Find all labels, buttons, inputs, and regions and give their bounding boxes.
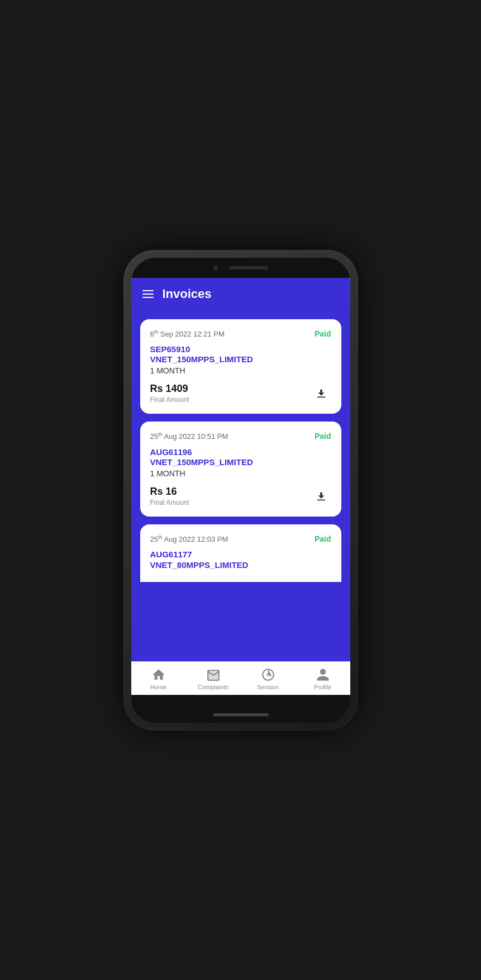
card-header-3: 25th Aug 2022 12:03 PM Paid bbox=[150, 534, 331, 543]
download-icon-1 bbox=[315, 387, 327, 400]
card-header-2: 25th Aug 2022 10:51 PM Paid bbox=[150, 432, 331, 441]
session-icon bbox=[261, 667, 275, 682]
invoice-number-1: SEP65910 bbox=[150, 344, 331, 355]
nav-label-complaints: Complaints bbox=[198, 684, 228, 690]
nav-item-session[interactable]: Session bbox=[251, 667, 285, 690]
amount-label-2: Final Amount bbox=[150, 499, 189, 506]
amount-block-2: Rs 16 Final Amount bbox=[150, 486, 189, 506]
nav-item-profile[interactable]: Profile bbox=[306, 667, 340, 690]
invoice-date-1: 6th Sep 2022 12:21 PM bbox=[150, 329, 225, 338]
invoice-card-3: 25th Aug 2022 12:03 PM Paid AUG61177 VNE… bbox=[140, 524, 341, 582]
menu-button[interactable] bbox=[142, 290, 154, 298]
invoice-date-2: 25th Aug 2022 10:51 PM bbox=[150, 432, 228, 441]
card-header-1: 6th Sep 2022 12:21 PM Paid bbox=[150, 329, 331, 338]
nav-label-session: Session bbox=[257, 684, 279, 690]
profile-icon bbox=[316, 667, 330, 682]
home-icon bbox=[151, 667, 166, 682]
complaints-icon bbox=[206, 667, 221, 682]
svg-rect-0 bbox=[317, 397, 325, 398]
page-title: Invoices bbox=[163, 287, 212, 301]
speaker bbox=[229, 266, 268, 269]
nav-label-home: Home bbox=[150, 684, 166, 690]
nav-item-home[interactable]: Home bbox=[142, 667, 175, 690]
invoice-duration-1: 1 MONTH bbox=[150, 366, 331, 375]
card-footer-2: Rs 16 Final Amount bbox=[150, 486, 331, 506]
invoice-amount-1: Rs 1409 bbox=[150, 383, 189, 395]
invoice-amount-2: Rs 16 bbox=[150, 486, 189, 498]
app-header: Invoices bbox=[131, 278, 350, 310]
invoice-number-3: AUG61177 bbox=[150, 549, 331, 560]
invoice-status-3: Paid bbox=[315, 534, 331, 543]
bottom-nav: Home Complaints Session bbox=[131, 661, 350, 695]
nav-label-profile: Profile bbox=[314, 684, 331, 690]
card-footer-1: Rs 1409 Final Amount bbox=[150, 383, 331, 404]
phone-frame: Invoices 6th Sep 2022 12:21 PM Paid SEP6… bbox=[123, 250, 358, 731]
invoice-duration-2: 1 MONTH bbox=[150, 469, 331, 478]
invoice-card: 6th Sep 2022 12:21 PM Paid SEP65910 VNET… bbox=[140, 319, 341, 414]
invoice-card-2: 25th Aug 2022 10:51 PM Paid AUG61196 VNE… bbox=[140, 422, 341, 517]
phone-notch bbox=[131, 258, 350, 278]
invoice-plan-3: VNET_80MPPS_LIMITED bbox=[150, 560, 331, 570]
amount-label-1: Final Amount bbox=[150, 396, 189, 404]
phone-inner: Invoices 6th Sep 2022 12:21 PM Paid SEP6… bbox=[131, 258, 350, 723]
home-indicator bbox=[213, 713, 269, 716]
nav-item-complaints[interactable]: Complaints bbox=[197, 667, 230, 690]
svg-rect-1 bbox=[317, 500, 325, 501]
amount-block-1: Rs 1409 Final Amount bbox=[150, 383, 189, 404]
invoice-number-2: AUG61196 bbox=[150, 447, 331, 458]
invoice-status-2: Paid bbox=[315, 432, 331, 441]
download-icon-2 bbox=[315, 490, 327, 503]
invoice-plan-1: VNET_150MPPS_LIMITED bbox=[150, 354, 331, 364]
invoice-date-3: 25th Aug 2022 12:03 PM bbox=[150, 534, 228, 543]
invoice-plan-2: VNET_150MPPS_LIMITED bbox=[150, 457, 331, 467]
content-area: 6th Sep 2022 12:21 PM Paid SEP65910 VNET… bbox=[131, 310, 350, 661]
invoice-status-1: Paid bbox=[315, 329, 331, 338]
camera bbox=[213, 266, 218, 270]
app-screen: Invoices 6th Sep 2022 12:21 PM Paid SEP6… bbox=[131, 278, 350, 695]
download-button-2[interactable] bbox=[311, 486, 331, 506]
download-button-1[interactable] bbox=[311, 384, 331, 404]
